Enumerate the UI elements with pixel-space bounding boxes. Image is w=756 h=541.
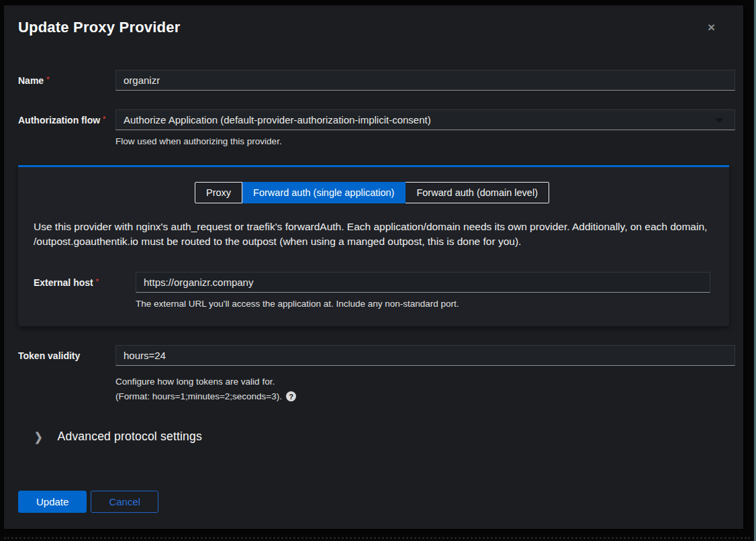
required-asterisk: * <box>96 277 99 285</box>
proxy-mode-card: Proxy Forward auth (single application) … <box>18 165 729 326</box>
token-validity-input[interactable] <box>115 345 735 366</box>
external-host-help: The external URL you'll access the appli… <box>136 299 710 309</box>
authorization-flow-label: Authorization flow* <box>18 109 115 126</box>
tab-forward-auth-single[interactable]: Forward auth (single application) <box>242 182 406 203</box>
advanced-protocol-settings-expander[interactable]: ❯ Advanced protocol settings <box>34 430 735 444</box>
modal-title: Update Proxy Provider <box>18 19 180 36</box>
authorization-flow-row: Authorization flow* Authorize Applicatio… <box>18 109 735 146</box>
question-circle-icon[interactable]: ? <box>286 391 296 401</box>
close-icon[interactable]: × <box>704 20 719 34</box>
required-asterisk: * <box>46 75 49 83</box>
advanced-protocol-settings-label: Advanced protocol settings <box>58 430 202 444</box>
token-validity-label: Token validity <box>18 345 115 361</box>
mode-description: Use this provider with nginx's auth_requ… <box>34 219 710 249</box>
screenshot-frame: Update Proxy Provider × Name* Authorizat… <box>0 0 756 541</box>
cancel-button[interactable]: Cancel <box>91 491 158 513</box>
name-row: Name* <box>18 70 735 91</box>
tab-forward-auth-domain[interactable]: Forward auth (domain level) <box>406 182 549 203</box>
update-button[interactable]: Update <box>18 491 87 513</box>
external-host-row: External host* The external URL you'll a… <box>34 272 710 309</box>
modal-footer: Update Cancel <box>18 491 735 513</box>
tab-proxy[interactable]: Proxy <box>195 182 242 203</box>
external-host-label: External host* <box>34 272 136 288</box>
external-host-input[interactable] <box>136 272 710 293</box>
token-validity-help-2: (Format: hours=1;minutes=2;seconds=3). ? <box>115 391 735 401</box>
authorization-flow-select[interactable]: Authorize Application (default-provider-… <box>115 109 735 130</box>
name-input[interactable] <box>115 70 735 91</box>
authorization-flow-help: Flow used when authorizing this provider… <box>115 136 735 146</box>
provider-form: Name* Authorization flow* Authorize Appl… <box>18 70 735 513</box>
token-validity-help-1: Configure how long tokens are valid for. <box>115 377 735 387</box>
modal-header: Update Proxy Provider × <box>18 19 735 36</box>
name-label: Name* <box>18 70 115 86</box>
chevron-right-icon: ❯ <box>34 430 43 444</box>
required-asterisk: * <box>103 115 105 123</box>
mode-toggle-group: Proxy Forward auth (single application) … <box>34 182 710 203</box>
token-validity-row: Token validity Configure how long tokens… <box>18 345 735 401</box>
update-proxy-provider-modal: Update Proxy Provider × Name* Authorizat… <box>4 5 743 529</box>
